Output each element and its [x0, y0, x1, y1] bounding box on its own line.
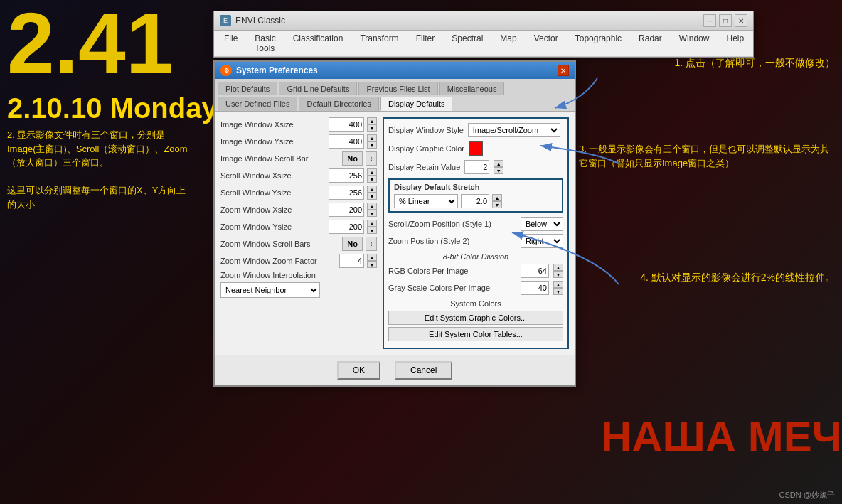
- zoom-factor-input[interactable]: [339, 254, 364, 268]
- menu-window[interactable]: Window: [675, 32, 714, 55]
- tab-grid-line-defaults[interactable]: Grid Line Defaults: [279, 82, 357, 95]
- tab-plot-defaults[interactable]: Plot Defaults: [218, 82, 277, 95]
- zoom-factor-spinner: ▲ ▼: [367, 254, 377, 268]
- menu-spectral[interactable]: Spectral: [447, 32, 487, 55]
- rgb-colors-row: RGB Colors Per Image ▲ ▼: [388, 264, 563, 278]
- zoom-xsize-label: Zoom Window Xsize: [220, 205, 326, 214]
- tab-miscellaneous[interactable]: Miscellaneous: [439, 82, 505, 95]
- display-window-style-select[interactable]: Image/Scroll/Zoom Image Only Scroll Only: [468, 123, 560, 137]
- stretch-up[interactable]: ▲: [492, 194, 502, 201]
- menu-help[interactable]: Help: [722, 32, 748, 55]
- display-retain-value-input[interactable]: [464, 160, 489, 174]
- stretch-spinner: ▲ ▼: [492, 194, 502, 208]
- bg-watermark: CSDN @妙旎子: [779, 490, 835, 500]
- menu-filter[interactable]: Filter: [412, 32, 439, 55]
- zoom-ysize-spinner: ▲ ▼: [367, 220, 377, 234]
- display-retain-down[interactable]: ▼: [494, 167, 503, 174]
- menu-topographic[interactable]: Topographic: [571, 32, 626, 55]
- image-ysize-input[interactable]: [329, 134, 364, 149]
- gray-scale-label: Gray Scale Colors Per Image: [388, 284, 516, 292]
- dialog-titlebar: ⚙ System Preferences ✕: [215, 62, 575, 79]
- tab-default-directories[interactable]: Default Directories: [299, 97, 378, 111]
- envi-title-area: E ENVI Classic: [220, 15, 285, 26]
- image-scrollbar-row: Image Window Scroll Bar No ↕: [220, 151, 377, 166]
- scroll-zoom-position-select[interactable]: Below Above Right Left: [521, 217, 563, 231]
- zoom-scrollbars-no[interactable]: No: [343, 237, 362, 250]
- dialog-title-area: ⚙ System Preferences: [220, 65, 318, 76]
- menu-file[interactable]: File: [220, 32, 242, 55]
- rgb-colors-down[interactable]: ▼: [553, 271, 563, 278]
- menu-radar[interactable]: Radar: [634, 32, 666, 55]
- scroll-xsize-down[interactable]: ▼: [367, 176, 377, 183]
- image-ysize-spinner: ▲ ▼: [367, 134, 377, 149]
- zoom-ysize-down[interactable]: ▼: [367, 227, 377, 234]
- menu-transform[interactable]: Transform: [356, 32, 403, 55]
- menu-classification[interactable]: Classification: [289, 32, 348, 55]
- menu-basic-tools[interactable]: Basic Tools: [250, 32, 279, 55]
- restore-button[interactable]: □: [719, 14, 732, 27]
- scrollbar-no[interactable]: No: [343, 152, 362, 165]
- scrollbar-scroll-icon[interactable]: ↕: [366, 151, 377, 166]
- zoom-position-select[interactable]: Right Left Above Below: [521, 234, 563, 248]
- ok-button[interactable]: OK: [337, 361, 380, 380]
- menu-vector[interactable]: Vector: [530, 32, 563, 55]
- envi-titlebar: E ENVI Classic ─ □ ✕: [214, 11, 753, 31]
- zoom-factor-down[interactable]: ▼: [367, 261, 377, 268]
- zoom-interpolation-select[interactable]: Nearest Neighbor Bilinear: [220, 282, 320, 298]
- gray-scale-input[interactable]: [521, 281, 549, 295]
- tab-previous-files[interactable]: Previous Files List: [358, 82, 437, 95]
- image-xsize-down[interactable]: ▼: [367, 124, 377, 132]
- gray-scale-up[interactable]: ▲: [553, 281, 563, 288]
- display-style-label: Display Window Style: [388, 126, 464, 134]
- zoom-position-row: Zoom Position (Style 2) Right Left Above…: [388, 234, 563, 248]
- rgb-colors-label: RGB Colors Per Image: [388, 267, 516, 275]
- bg-date: 2.10.10 Monday: [7, 92, 218, 124]
- display-default-stretch-section: Display Default Stretch % Linear Gaussia…: [388, 178, 563, 213]
- cancel-button[interactable]: Cancel: [395, 361, 452, 380]
- right-panel: Display Window Style Image/Scroll/Zoom I…: [383, 117, 569, 349]
- system-colors-title: System Colors: [388, 299, 563, 308]
- rgb-colors-input[interactable]: [521, 264, 549, 278]
- close-button[interactable]: ✕: [735, 14, 747, 27]
- stretch-down[interactable]: ▼: [492, 201, 502, 208]
- scroll-ysize-input[interactable]: [329, 186, 364, 200]
- tab-display-defaults[interactable]: Display Defaults: [380, 97, 452, 111]
- zoom-scrollbars-scroll-icon[interactable]: ↕: [366, 237, 377, 251]
- image-ysize-down[interactable]: ▼: [367, 141, 377, 149]
- image-xsize-input[interactable]: [329, 117, 364, 132]
- scroll-ysize-down[interactable]: ▼: [367, 193, 377, 200]
- left-panel: Image Window Xsize ▲ ▼ Image Window Ysiz…: [220, 117, 377, 349]
- stretch-type-select[interactable]: % Linear Gaussian Equalize None: [394, 194, 458, 208]
- image-ysize-label: Image Window Ysize: [220, 137, 326, 146]
- rgb-colors-up[interactable]: ▲: [553, 264, 563, 271]
- minimize-button[interactable]: ─: [703, 14, 716, 27]
- envi-app-icon: E: [220, 15, 231, 26]
- dialog-close-button[interactable]: ✕: [558, 65, 569, 76]
- display-style-row: Display Window Style Image/Scroll/Zoom I…: [388, 123, 563, 137]
- scroll-ysize-up[interactable]: ▲: [367, 186, 377, 193]
- image-xsize-spinner: ▲ ▼: [367, 117, 377, 132]
- edit-system-color-tables-button[interactable]: Edit System Color Tables...: [388, 327, 563, 341]
- zoom-ysize-input[interactable]: [329, 220, 364, 234]
- zoom-xsize-down[interactable]: ▼: [367, 210, 377, 217]
- zoom-scrollbars-row: Zoom Window Scroll Bars No ↕: [220, 237, 377, 251]
- menu-map[interactable]: Map: [496, 32, 521, 55]
- zoom-xsize-row: Zoom Window Xsize ▲ ▼: [220, 203, 377, 217]
- stretch-value-input[interactable]: [461, 194, 489, 208]
- image-ysize-up[interactable]: ▲: [367, 134, 377, 141]
- zoom-xsize-up[interactable]: ▲: [367, 203, 377, 210]
- tab-user-defined[interactable]: User Defined Files: [218, 97, 297, 111]
- image-xsize-up[interactable]: ▲: [367, 117, 377, 124]
- zoom-xsize-input[interactable]: [329, 203, 364, 217]
- scroll-xsize-up[interactable]: ▲: [367, 168, 377, 176]
- envi-window: E ENVI Classic ─ □ ✕ File Basic Tools Cl…: [213, 11, 754, 58]
- display-retain-up[interactable]: ▲: [494, 160, 503, 167]
- scroll-xsize-input[interactable]: [329, 168, 364, 183]
- display-graphic-color-row: Display Graphic Color: [388, 141, 563, 156]
- display-graphic-color-swatch[interactable]: [469, 141, 483, 156]
- zoom-ysize-up[interactable]: ▲: [367, 220, 377, 227]
- edit-system-graphic-colors-button[interactable]: Edit System Graphic Colors...: [388, 311, 563, 325]
- zoom-scrollbars-label: Zoom Window Scroll Bars: [220, 240, 339, 248]
- gray-scale-down[interactable]: ▼: [553, 288, 563, 295]
- zoom-factor-up[interactable]: ▲: [367, 254, 377, 261]
